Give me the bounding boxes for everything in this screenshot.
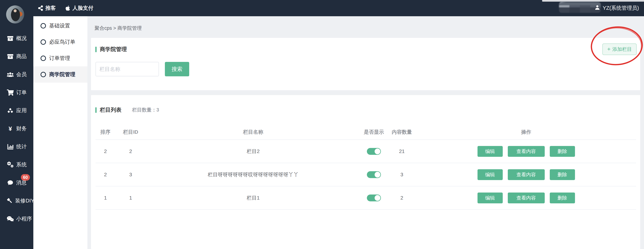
column-header-sort: 排序 — [96, 129, 115, 135]
column-table: 排序 栏目ID 栏目名称 是否显示 内容数量 操作 2 2 栏目2 21 编辑 … — [96, 125, 636, 210]
submenu-item-label: 必应鸟订单 — [49, 39, 75, 46]
sidebar-item-decorate-diy[interactable]: 装修DIY — [0, 192, 33, 210]
column-count: 栏目数量：3 — [132, 107, 159, 113]
user-label: YZ(系统管理员) — [603, 5, 639, 12]
submenu-item-bingyingniao-orders[interactable]: 必应鸟订单 — [33, 34, 88, 50]
sidebar-item-label: 商品 — [16, 53, 27, 60]
circle-icon — [40, 39, 46, 45]
submenu-item-business-school[interactable]: 商学院管理 — [33, 66, 88, 83]
topbar-item-face-pay[interactable]: 人脸支付 — [65, 5, 93, 12]
list-title: 栏目列表 — [100, 106, 122, 114]
page-title: 商学院管理 — [100, 46, 127, 53]
search-card-title: 商学院管理 — [95, 46, 127, 53]
row-name: 栏目2 — [146, 148, 360, 155]
users-icon — [6, 71, 14, 78]
column-list-card: 栏目列表 栏目数量：3 排序 栏目ID 栏目名称 是否显示 内容数量 操作 2 … — [91, 95, 640, 249]
table-body: 2 2 栏目2 21 编辑 查看内容 删除 2 3 栏目呀呀呀呀呀呀哎呀呀呀呀呀… — [96, 140, 636, 210]
toggle-knob — [374, 195, 380, 201]
circle-icon — [40, 23, 46, 29]
delete-button[interactable]: 删除 — [550, 169, 575, 180]
column-header-actions: 操作 — [416, 129, 636, 135]
delete-button[interactable]: 删除 — [550, 146, 575, 157]
toggle-knob — [374, 172, 380, 177]
submenu-item-basic-settings[interactable]: 基础设置 — [33, 18, 88, 34]
submenu-item-order-management[interactable]: 订单管理 — [33, 50, 88, 66]
sidebar-item-orders[interactable]: 订单 — [0, 84, 33, 102]
edit-button[interactable]: 编辑 — [478, 192, 503, 203]
cart-icon — [6, 90, 14, 96]
table-row: 2 3 栏目呀呀呀呀呀呀哎呀呀呀呀呀呀呀丫丫 3 编辑 查看内容 删除 — [96, 163, 636, 186]
view-content-button[interactable]: 查看内容 — [508, 192, 545, 203]
row-sort: 2 — [96, 148, 115, 154]
sidebar-item-finance[interactable]: ¥ 财务 — [0, 120, 33, 138]
row-name: 栏目1 — [146, 194, 360, 201]
column-header-visible: 是否显示 — [360, 129, 388, 135]
column-name-input[interactable] — [96, 62, 159, 76]
row-sort: 2 — [96, 172, 115, 177]
row-actions: 编辑 查看内容 删除 — [416, 169, 636, 180]
edit-button[interactable]: 编辑 — [478, 146, 503, 157]
submenu-item-label: 商学院管理 — [49, 71, 75, 78]
user-icon — [594, 5, 600, 12]
submenu-item-label: 订单管理 — [49, 55, 70, 62]
visibility-toggle[interactable] — [367, 148, 381, 155]
row-visible — [360, 148, 388, 155]
top-navbar: 推客 人脸支付 YZ(系统管理员) — [0, 0, 644, 16]
title-accent-bar — [95, 47, 96, 52]
user-menu[interactable]: YZ(系统管理员) — [594, 0, 639, 16]
table-header-row: 排序 栏目ID 栏目名称 是否显示 内容数量 操作 — [96, 125, 636, 140]
row-actions: 编辑 查看内容 删除 — [416, 192, 636, 203]
search-button[interactable]: 搜索 — [165, 62, 189, 76]
sidebar-item-messages[interactable]: 消息 60 — [0, 174, 33, 192]
share-icon — [38, 6, 43, 11]
comment-icon — [6, 180, 14, 186]
secondary-menu: 基础设置 必应鸟订单 订单管理 商学院管理 — [33, 16, 88, 249]
sidebar-item-apps[interactable]: 应用 — [0, 102, 33, 120]
gavel-icon — [6, 198, 13, 204]
topbar-item-tuike[interactable]: 推客 — [38, 5, 56, 12]
breadcrumb: 聚合cps > 商学院管理 — [94, 25, 142, 31]
bar-chart-icon — [6, 143, 14, 150]
visibility-toggle[interactable] — [367, 171, 381, 178]
add-column-label: 添加栏目 — [612, 46, 632, 53]
delete-button[interactable]: 删除 — [550, 192, 575, 203]
sidebar-item-label: 装修DIY — [15, 197, 34, 204]
add-column-button[interactable]: + 添加栏目 — [602, 44, 636, 55]
cubes-icon — [6, 107, 14, 114]
visibility-toggle[interactable] — [367, 194, 381, 201]
sidebar-item-system[interactable]: 系统 — [0, 156, 33, 174]
view-content-button[interactable]: 查看内容 — [508, 146, 545, 157]
column-header-id: 栏目ID — [115, 129, 146, 135]
row-id: 1 — [115, 195, 146, 201]
table-row: 2 2 栏目2 21 编辑 查看内容 删除 — [96, 140, 636, 163]
avatar[interactable] — [6, 6, 24, 24]
row-count: 21 — [388, 148, 416, 154]
title-accent-bar — [95, 107, 96, 113]
row-count: 2 — [388, 195, 416, 201]
row-count: 3 — [388, 172, 416, 177]
sidebar-item-label: 概况 — [16, 35, 27, 42]
sidebar-item-mini-program[interactable]: 小程序 — [0, 210, 33, 228]
submenu-item-label: 基础设置 — [49, 22, 70, 30]
main-content: 聚合cps > 商学院管理 商学院管理 搜索 + 添加栏目 栏目列表 栏目数量：… — [88, 16, 644, 249]
row-sort: 1 — [96, 195, 115, 201]
wechat-icon — [6, 216, 14, 222]
search-card: 商学院管理 搜索 + 添加栏目 — [91, 38, 640, 90]
sidebar-item-label: 小程序 — [16, 215, 32, 222]
list-card-title: 栏目列表 — [95, 106, 122, 114]
main-sidebar: 概况 商品 会员 订单 应用 ¥ 财务 — [0, 0, 33, 249]
archive-icon — [6, 53, 14, 60]
sidebar-item-stats[interactable]: 统计 — [0, 138, 33, 156]
sidebar-item-label: 财务 — [16, 125, 27, 132]
topbar-item-label: 推客 — [46, 5, 56, 12]
sidebar-item-overview[interactable]: 概况 — [0, 30, 33, 48]
sidebar-item-members[interactable]: 会员 — [0, 66, 33, 84]
edit-button[interactable]: 编辑 — [478, 169, 503, 180]
row-actions: 编辑 查看内容 删除 — [416, 146, 636, 157]
column-header-count: 内容数量 — [388, 129, 416, 135]
row-name: 栏目呀呀呀呀呀呀哎呀呀呀呀呀呀呀丫丫 — [146, 171, 360, 178]
sidebar-item-label: 系统 — [16, 161, 27, 168]
view-content-button[interactable]: 查看内容 — [508, 169, 545, 180]
sidebar-item-goods[interactable]: 商品 — [0, 48, 33, 66]
sidebar-item-label: 会员 — [16, 71, 27, 78]
